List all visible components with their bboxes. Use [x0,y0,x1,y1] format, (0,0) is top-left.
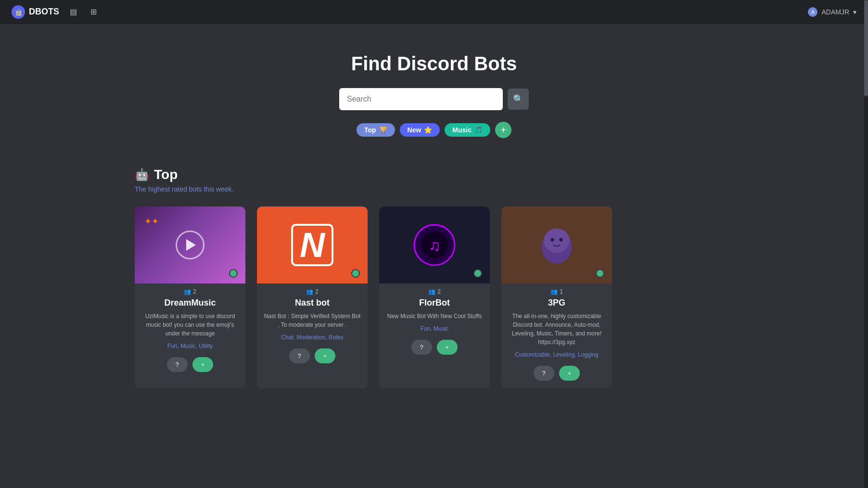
server-icon: 👥 [184,288,191,295]
tag-top[interactable]: Top 🏆 [357,123,395,137]
bot-card-florbot: ♫ 👥 2 FlorBot New Music Bot With New Coo… [379,206,490,388]
online-indicator [229,269,238,278]
bot-desc-dreammusic: UziMusic is a simple to use discord musi… [135,312,245,343]
grid-view-button[interactable]: ⊞ [88,5,100,18]
filter-tags: Top 🏆 New ⭐ Music 🎵 + [357,122,511,138]
list-icon: ▤ [70,8,77,16]
server-count: 2 [437,288,441,295]
section-robot-icon: 🤖 [135,168,149,181]
tag-music-label: Music [452,126,472,134]
bot-tags-3pg: Customizable, Leveling, Logging [501,351,612,364]
info-button-florbot[interactable]: ? [411,340,432,355]
card-actions-nastbot: ? + [257,348,368,363]
section-title: Top [154,167,178,182]
bots-grid: ✦✦ 👥 2 DreamMusic UziMusic is a simple t… [135,206,733,388]
bot-name-nastbot: Nast bot [257,298,368,312]
card-image-nastbot[interactable]: N [257,206,368,283]
scrollbar[interactable] [864,0,868,488]
navbar-left: 🤖 DBOTS ▤ ⊞ [12,5,100,19]
add-button-dreammusic[interactable]: + [192,357,214,372]
add-icon: + [500,125,506,136]
card-image-florbot[interactable]: ♫ [379,206,490,283]
search-input[interactable] [339,88,503,110]
bot-tags-nastbot: Chat, Moderation, Roles [257,334,368,347]
card-actions-florbot: ? + [379,340,490,355]
bot-card-3pg: 👥 1 3PG The all-in-one, highly customiza… [501,206,612,388]
hero-section: Find Discord Bots 🔍 Top 🏆 New ⭐ Music 🎵 … [0,24,868,148]
play-icon [176,231,204,259]
section-subtitle: The highest rated bots this week. [135,185,733,193]
3pg-avatar-svg [535,223,578,267]
add-button-nastbot[interactable]: + [315,348,336,363]
tag-new-icon: ⭐ [424,126,432,134]
search-button[interactable]: 🔍 [508,89,529,110]
hero-title: Find Discord Bots [351,53,517,75]
add-tag-button[interactable]: + [495,122,511,138]
bot-desc-florbot: New Music Bot With New Cool Stuffs [379,312,490,325]
card-servers-nastbot: 👥 2 [257,283,368,298]
search-icon: 🔍 [513,94,523,104]
svg-text:♫: ♫ [429,237,440,254]
info-button-nastbot[interactable]: ? [289,348,310,363]
search-row: 🔍 [339,88,529,110]
svg-point-4 [544,229,570,253]
add-button-florbot[interactable]: + [437,340,458,355]
svg-point-5 [550,238,554,242]
online-indicator [351,269,360,278]
tag-new[interactable]: New ⭐ [400,123,440,137]
bot-tags-florbot: Fun, Music [379,325,490,338]
online-indicator [473,269,482,278]
card-image-3pg[interactable] [501,206,612,283]
bot-desc-nastbot: Nast Bot : Simple Verified System Bot , … [257,312,368,334]
bot-tags-dreammusic: Fun, Music, Utility [135,343,245,355]
tag-music[interactable]: Music 🎵 [445,123,490,137]
server-icon: 👥 [428,288,435,295]
card-image-dreammusic[interactable]: ✦✦ [135,206,245,283]
card-servers-florbot: 👥 2 [379,283,490,298]
play-triangle [186,239,196,251]
server-count: 1 [560,288,563,295]
tag-top-label: Top [364,126,376,134]
info-button-3pg[interactable]: ? [534,366,554,381]
n-letter-icon: N [291,224,333,266]
bot-name-3pg: 3PG [501,298,612,312]
navbar: 🤖 DBOTS ▤ ⊞ A ADAMJR ▾ [0,0,868,24]
user-initial: A [811,9,815,15]
username: ADAMJR [821,8,849,16]
tag-new-label: New [408,126,421,134]
music-note-svg: ♫ [413,223,456,267]
section-header: 🤖 Top [135,167,733,182]
tag-music-icon: 🎵 [474,126,483,134]
card-servers-dreammusic: 👥 2 [135,283,245,298]
grid-icon: ⊞ [90,8,97,16]
dropdown-arrow: ▾ [853,8,856,16]
online-indicator [596,269,604,278]
server-icon: 👥 [306,288,313,295]
server-count: 2 [193,288,196,295]
tag-top-icon: 🏆 [379,126,387,134]
navbar-user-menu[interactable]: A ADAMJR ▾ [808,7,856,17]
server-icon: 👥 [550,288,558,295]
decoration-dots: ✦✦ [144,216,159,227]
scroll-thumb[interactable] [864,0,868,96]
info-button-dreammusic[interactable]: ? [167,357,188,372]
list-view-button[interactable]: ▤ [67,5,80,18]
music-note-container: ♫ [413,223,456,267]
top-section: 🤖 Top The highest rated bots this week. … [0,148,868,398]
bot-name-dreammusic: DreamMusic [135,298,245,312]
svg-point-6 [559,238,562,242]
brand-name: DBOTS [29,7,59,17]
logo-icon: 🤖 [12,5,25,19]
card-actions-3pg: ? + [501,366,612,381]
card-servers-3pg: 👥 1 [501,283,612,298]
bot-desc-3pg: The all-in-one, highly customizable Disc… [501,312,612,351]
card-actions-dreammusic: ? + [135,357,245,372]
bot-name-florbot: FlorBot [379,298,490,312]
navbar-logo[interactable]: 🤖 DBOTS [12,5,59,19]
user-avatar: A [808,7,817,17]
bot-card-nastbot: N 👥 2 Nast bot Nast Bot : Simple Verifie… [257,206,368,388]
bot-card-dreammusic: ✦✦ 👥 2 DreamMusic UziMusic is a simple t… [135,206,245,388]
server-count: 2 [315,288,319,295]
add-button-3pg[interactable]: + [559,366,580,381]
